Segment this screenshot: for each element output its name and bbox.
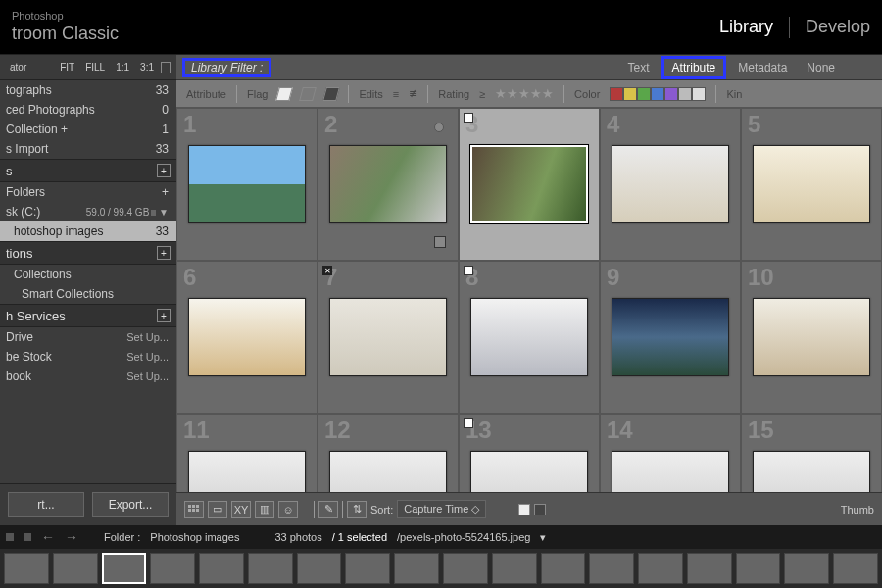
filmstrip-thumb[interactable] [4, 553, 49, 584]
color-swatch[interactable] [651, 87, 664, 101]
catalog-row[interactable]: ced Photographs0 [0, 100, 176, 120]
filmstrip-thumb[interactable] [784, 553, 829, 584]
thumbnail[interactable] [612, 298, 729, 376]
grid-cell[interactable]: 13 [459, 414, 600, 492]
grid-cell[interactable]: 2 [318, 108, 459, 261]
rating-stars[interactable]: ★★★★★ [495, 86, 554, 101]
color-swatch[interactable] [692, 87, 706, 101]
publish-setup-link[interactable]: Set Up... [126, 331, 169, 343]
grid-cell[interactable]: 12 [318, 414, 459, 492]
module-develop[interactable]: Develop [806, 17, 870, 38]
folders-add-icon[interactable]: + [157, 164, 171, 177]
grid-cell[interactable]: 11 [176, 414, 318, 492]
publish-add-icon[interactable]: + [157, 309, 171, 322]
thumbnail[interactable] [188, 145, 306, 223]
grid-cell[interactable]: 8 [459, 261, 600, 414]
grid-cell[interactable]: 9 [600, 261, 741, 414]
grid-cell[interactable]: 1 [176, 108, 318, 261]
grid-cell[interactable]: 7✕ [318, 261, 459, 414]
grid-view-icon[interactable] [184, 501, 204, 518]
grid-cell[interactable]: 10 [741, 261, 882, 414]
filter-tab-text[interactable]: Text [620, 59, 658, 76]
grid-cell[interactable]: 14 [600, 414, 741, 492]
publish-panel-header[interactable]: h Services + [0, 304, 176, 327]
filmstrip[interactable] [0, 549, 882, 588]
filmstrip-thumb[interactable] [345, 553, 390, 584]
filter-tab-metadata[interactable]: Metadata [730, 59, 795, 76]
grid-cell[interactable]: 3 [459, 108, 600, 261]
filmstrip-thumb[interactable] [687, 553, 732, 584]
zoom-fit[interactable]: FIT [56, 60, 78, 74]
edits-unedited-icon[interactable]: ≢ [409, 87, 417, 100]
filmstrip-thumb[interactable] [833, 553, 878, 584]
color-swatch[interactable] [610, 87, 623, 101]
thumbnail[interactable] [329, 145, 447, 223]
catalog-row[interactable]: tographs33 [0, 80, 176, 100]
filmstrip-thumb[interactable] [638, 553, 683, 584]
color-swatch[interactable] [664, 87, 678, 101]
publish-setup-link[interactable]: Set Up... [126, 351, 169, 363]
filmstrip-thumb[interactable] [492, 553, 537, 584]
filmstrip-thumb[interactable] [541, 553, 586, 584]
volume-row[interactable]: sk (C:) 59.0 / 99.4 GB ▼ [0, 202, 176, 221]
grid-cell[interactable]: 5 [741, 108, 882, 261]
filmstrip-thumb[interactable] [589, 553, 634, 584]
collections-panel-header[interactable]: tions + [0, 241, 176, 265]
thumbnail[interactable] [753, 298, 870, 376]
grid-cell[interactable]: 15 [741, 414, 882, 492]
people-view-icon[interactable]: ☺ [278, 501, 298, 518]
survey-view-icon[interactable]: ▥ [255, 501, 274, 518]
filmstrip-thumb[interactable] [248, 553, 293, 584]
module-library[interactable]: Library [719, 17, 773, 38]
current-filename[interactable]: /pexels-photo-5524165.jpeg [397, 531, 530, 543]
filmstrip-thumb[interactable] [443, 553, 488, 584]
grid-small-icon-2[interactable] [24, 533, 31, 541]
export-button[interactable]: Export... [92, 492, 169, 517]
filmstrip-thumb[interactable] [102, 553, 147, 584]
collections-add-icon[interactable]: + [157, 246, 171, 260]
export-with-previous-button[interactable]: rt... [8, 492, 84, 517]
painter-icon[interactable]: ✎ [318, 501, 338, 518]
edits-edited-icon[interactable]: ≡ [393, 88, 399, 100]
publish-service-row[interactable]: be StockSet Up... [0, 347, 176, 367]
nav-back-icon[interactable]: ← [41, 529, 55, 545]
thumbnail[interactable] [329, 298, 447, 376]
color-swatch[interactable] [623, 87, 637, 101]
color-swatch[interactable] [678, 87, 692, 101]
publish-service-row[interactable]: bookSet Up... [0, 367, 176, 386]
toolbar-reject-icon[interactable] [534, 504, 546, 515]
flag-flagged-icon[interactable] [275, 87, 293, 101]
thumbnail[interactable] [753, 145, 870, 223]
loupe-view-icon[interactable]: ▭ [208, 501, 227, 518]
thumbnail[interactable] [188, 298, 306, 376]
catalog-row[interactable]: s Import33 [0, 139, 176, 159]
zoom-1-1[interactable]: 1:1 [112, 60, 133, 74]
folders-panel-header[interactable]: s + [0, 159, 176, 182]
breadcrumb-folder[interactable]: Photoshop images [150, 531, 239, 543]
publish-service-row[interactable]: DriveSet Up... [0, 327, 176, 347]
publish-setup-link[interactable]: Set Up... [126, 370, 169, 382]
breadcrumb-dropdown-icon[interactable]: ▾ [540, 531, 546, 544]
zoom-fill[interactable]: FILL [81, 60, 109, 74]
filmstrip-thumb[interactable] [736, 553, 781, 584]
filmstrip-thumb[interactable] [297, 553, 342, 584]
sort-value[interactable]: Capture Time ◇ [397, 500, 486, 518]
sort-direction-icon[interactable]: ⇅ [347, 501, 367, 518]
color-swatch[interactable] [637, 87, 651, 101]
filter-tab-attribute[interactable]: Attribute [662, 56, 727, 79]
zoom-ratio-icon[interactable] [161, 62, 171, 74]
grid-cell[interactable]: 6 [176, 261, 318, 414]
grid-small-icon[interactable] [6, 533, 14, 541]
thumbnail[interactable] [753, 451, 870, 492]
filmstrip-thumb[interactable] [199, 553, 244, 584]
filmstrip-thumb[interactable] [150, 553, 195, 584]
thumbnail[interactable] [612, 451, 729, 492]
filmstrip-thumb[interactable] [53, 553, 98, 584]
collections-row-1[interactable]: Smart Collections [0, 284, 176, 304]
thumbnail[interactable] [612, 145, 729, 223]
filmstrip-thumb[interactable] [394, 553, 439, 584]
thumbnail[interactable] [329, 451, 447, 492]
rating-op[interactable]: ≥ [479, 88, 485, 100]
thumbnail[interactable] [470, 145, 588, 223]
add-folder-row[interactable]: Folders + [0, 182, 176, 202]
